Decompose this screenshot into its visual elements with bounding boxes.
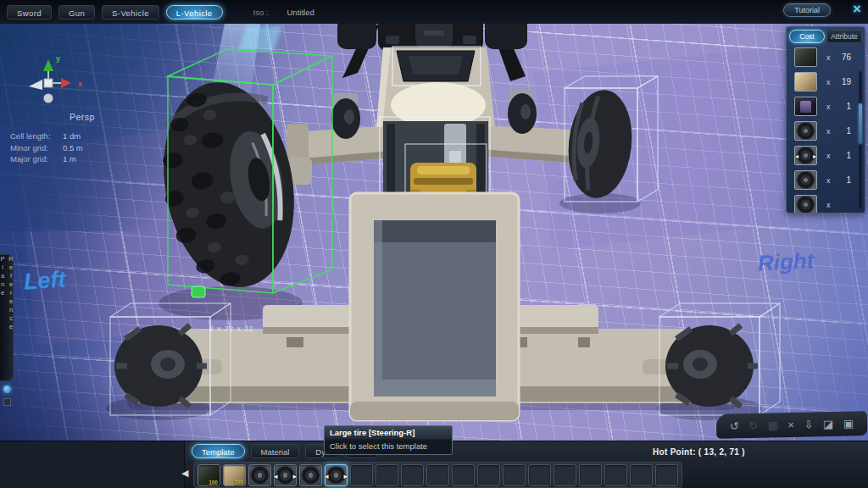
slot-empty[interactable] bbox=[376, 464, 398, 486]
tab-material[interactable]: Material bbox=[251, 444, 300, 458]
grid-info: Cell length:1 dm Minor grid:0.5 m Major … bbox=[10, 130, 83, 165]
cost-panel: Cost Attribute x 76 x 19 x 1 x 1 ◂▸ x 1 bbox=[786, 26, 865, 214]
armor-block-icon bbox=[794, 47, 817, 67]
cost-row: x 1 bbox=[787, 94, 865, 119]
tab-s-vehicle[interactable]: S-Vehicle bbox=[102, 5, 159, 19]
slot-empty[interactable] bbox=[630, 464, 653, 486]
slot-empty[interactable] bbox=[477, 464, 500, 486]
cost-row: x 1 bbox=[787, 168, 865, 192]
snapshot-icon[interactable]: ◪ bbox=[823, 419, 834, 430]
selection-dimensions: 8 x 22 x 22 bbox=[209, 324, 254, 333]
slot-empty[interactable] bbox=[452, 464, 475, 486]
close-icon[interactable]: × bbox=[853, 1, 861, 18]
cost-row: x 1 bbox=[787, 119, 865, 143]
slot-empty[interactable] bbox=[426, 464, 449, 486]
camera-mode-label[interactable]: Persp bbox=[70, 112, 95, 122]
tab-template[interactable]: Template bbox=[192, 444, 245, 458]
slot-frame-block[interactable]: 100 bbox=[223, 464, 246, 486]
slot-empty[interactable] bbox=[401, 464, 424, 486]
delete-icon[interactable]: × bbox=[787, 419, 794, 430]
slot-empty[interactable] bbox=[579, 464, 602, 486]
file-name[interactable]: Untitled bbox=[287, 8, 314, 17]
steering-tire-icon: ◂▸ bbox=[794, 146, 817, 165]
slot-tire[interactable] bbox=[299, 464, 322, 486]
slot-armor-block[interactable]: 100 bbox=[198, 464, 220, 486]
slot-empty[interactable] bbox=[503, 464, 526, 486]
tab-cost[interactable]: Cost bbox=[789, 30, 825, 43]
tab-sword[interactable]: Sword bbox=[7, 5, 52, 19]
reference-plane-toggle-icon[interactable] bbox=[3, 398, 11, 406]
top-bar: Sword Gun S-Vehicle L-Vehicle Iso : Unti… bbox=[0, 0, 868, 24]
template-tooltip: Large tire [Steering-R] Click to select … bbox=[324, 425, 453, 455]
slot-steering-tire-selected[interactable]: ◂▸ bbox=[325, 464, 348, 486]
cost-row: x bbox=[787, 192, 865, 214]
tutorial-button[interactable]: Tutorial bbox=[783, 3, 831, 17]
tire-icon bbox=[794, 121, 817, 141]
edit-toolbar: ↺ ↻ ▦ × ⇩ ◪ ▣ bbox=[716, 411, 868, 439]
redo-icon[interactable]: ↻ bbox=[748, 420, 758, 431]
floor-left-label: Left bbox=[23, 266, 67, 295]
iso-label: Iso : bbox=[253, 8, 269, 17]
template-slot-bar: 100 100 ◂▸ ◂▸ bbox=[193, 462, 682, 488]
tab-gun[interactable]: Gun bbox=[58, 5, 95, 19]
slot-tire[interactable] bbox=[248, 464, 271, 486]
tire-icon bbox=[794, 195, 817, 214]
slot-empty[interactable] bbox=[604, 464, 627, 486]
scrollbar-thumb[interactable] bbox=[859, 103, 862, 144]
slot-steering-tire[interactable]: ◂▸ bbox=[274, 464, 297, 486]
floor-right-label: Right bbox=[757, 247, 815, 276]
cost-row: x 76 bbox=[787, 45, 865, 69]
axis-y-label: y bbox=[56, 54, 60, 63]
tooltip-subtitle: Click to select this template bbox=[325, 439, 452, 454]
cost-row: x 19 bbox=[787, 69, 865, 94]
tooltip-title: Large tire [Steering-R] bbox=[325, 426, 452, 439]
axis-gizmo[interactable] bbox=[22, 56, 75, 108]
slot-empty[interactable] bbox=[655, 464, 678, 486]
undo-icon[interactable]: ↺ bbox=[730, 420, 739, 431]
viewport-3d[interactable]: y x Persp Cell length:1 dm Minor grid:0.… bbox=[0, 24, 868, 441]
axis-x-label: x bbox=[78, 80, 82, 88]
seat-icon bbox=[794, 97, 817, 116]
tire-icon bbox=[794, 170, 817, 190]
hot-point-readout: Hot Point: ( 13, 2, 71 ) bbox=[653, 447, 745, 457]
cost-scrollbar[interactable] bbox=[859, 71, 862, 208]
slot-empty[interactable] bbox=[528, 464, 551, 486]
tab-attribute[interactable]: Attribute bbox=[826, 30, 862, 43]
slot-empty[interactable] bbox=[350, 464, 373, 486]
tab-l-vehicle[interactable]: L-Vehicle bbox=[166, 5, 223, 19]
cost-row: ◂▸ x 1 bbox=[787, 143, 865, 168]
slot-empty[interactable] bbox=[554, 464, 576, 486]
frame-block-icon bbox=[794, 72, 817, 92]
vehicle-model bbox=[0, 24, 868, 441]
slot-prev-arrow-icon[interactable]: ◀ bbox=[181, 468, 188, 479]
reference-plane-tab[interactable]: Reference Plane bbox=[0, 254, 14, 381]
export-icon[interactable]: ▣ bbox=[843, 418, 854, 429]
vehicle-editor-window: Sword Gun S-Vehicle L-Vehicle Iso : Unti… bbox=[0, 0, 868, 488]
save-icon[interactable]: ⇩ bbox=[804, 419, 813, 430]
copy-icon[interactable]: ▦ bbox=[768, 419, 779, 430]
reference-plane-indicator-icon[interactable] bbox=[3, 385, 11, 393]
